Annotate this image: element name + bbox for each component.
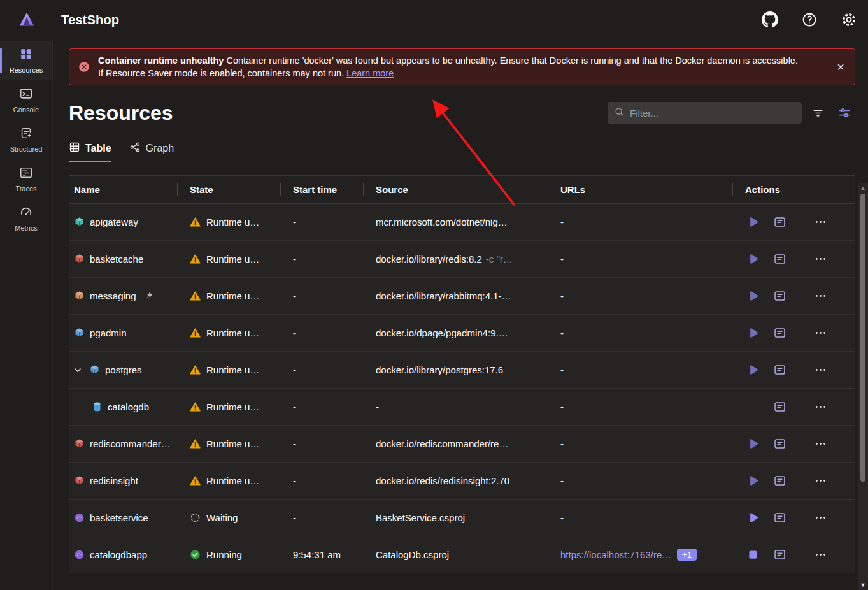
console-logs-icon[interactable] — [772, 326, 787, 341]
chevron-down-icon[interactable] — [73, 365, 83, 375]
resource-name[interactable]: basketcache — [90, 254, 143, 264]
resources-table: Name State Start time Source URLs Action… — [69, 175, 855, 573]
scrollbar-thumb[interactable] — [860, 194, 865, 482]
start-time: - — [280, 426, 363, 462]
scrollbar-down-arrow-icon[interactable]: ▼ — [858, 582, 868, 588]
container-icon — [74, 217, 85, 227]
console-logs-icon[interactable] — [772, 399, 787, 415]
console-logs-icon[interactable] — [772, 215, 787, 230]
filter-funnel-icon[interactable] — [807, 103, 829, 123]
source-text: - — [376, 401, 379, 412]
banner-close-icon[interactable]: × — [837, 61, 844, 73]
more-actions-icon[interactable] — [813, 289, 828, 304]
warning-icon — [190, 401, 201, 412]
more-actions-icon[interactable] — [813, 510, 828, 526]
console-logs-icon[interactable] — [772, 510, 787, 526]
resource-name[interactable]: catalogdbapp — [90, 549, 147, 560]
resource-name[interactable]: catalogdb — [108, 401, 149, 412]
error-banner: Container runtime unhealthy Container ru… — [69, 48, 855, 85]
start-icon[interactable] — [745, 215, 760, 230]
urls-text: - — [548, 278, 732, 314]
more-actions-icon[interactable] — [813, 215, 828, 230]
resource-name[interactable]: apigateway — [90, 217, 138, 227]
state-text: Waiting — [206, 512, 238, 523]
page-head: Resources — [69, 99, 855, 126]
settings-icon[interactable] — [839, 10, 859, 30]
resource-name[interactable]: redisinsight — [90, 475, 138, 486]
more-actions-icon[interactable] — [813, 363, 828, 378]
scrollbar[interactable]: ▲ ▼ — [858, 183, 868, 590]
sidebar-item-metrics[interactable]: Metrics — [0, 199, 52, 238]
aspire-logo — [0, 10, 53, 29]
more-actions-icon[interactable] — [813, 252, 828, 267]
console-logs-icon[interactable] — [772, 252, 787, 267]
console-logs-icon[interactable] — [772, 473, 787, 489]
banner-title: Container runtime unhealthy — [98, 55, 224, 66]
tab-label: Graph — [146, 143, 174, 154]
console-logs-icon[interactable] — [772, 547, 787, 563]
more-actions-icon[interactable] — [813, 399, 828, 415]
console-logs-icon[interactable] — [772, 289, 787, 304]
start-time: - — [280, 500, 363, 536]
table-row: catalogdb Runtime u… - - - — [69, 389, 855, 426]
traces-icon — [19, 166, 33, 182]
scrollbar-up-arrow-icon[interactable]: ▲ — [858, 185, 868, 191]
start-icon[interactable] — [745, 289, 760, 304]
view-tabs: Table Graph — [69, 141, 855, 162]
column-options-icon[interactable] — [834, 103, 855, 123]
more-actions-icon[interactable] — [813, 436, 828, 452]
structured-logs-icon — [19, 126, 33, 143]
github-icon[interactable] — [760, 10, 780, 30]
start-time: - — [280, 278, 363, 314]
banner-line2: If Resource Saver mode is enabled, conta… — [98, 68, 344, 78]
urls-text: - — [548, 463, 732, 499]
start-icon[interactable] — [745, 363, 760, 378]
warning-icon — [190, 254, 201, 264]
more-actions-icon[interactable] — [813, 326, 828, 341]
filter-box — [608, 102, 802, 124]
resource-name[interactable]: messaging — [90, 291, 136, 301]
container-icon — [74, 438, 85, 449]
start-icon[interactable] — [745, 473, 760, 489]
waiting-spinner-icon — [190, 512, 201, 523]
resource-name[interactable]: postgres — [105, 364, 142, 375]
sidebar-item-label: Resources — [10, 66, 43, 74]
resource-name[interactable]: basketservice — [90, 512, 148, 523]
stop-icon[interactable] — [745, 547, 760, 563]
tab-graph[interactable]: Graph — [129, 141, 174, 162]
more-actions-icon[interactable] — [813, 473, 828, 489]
console-logs-icon[interactable] — [772, 363, 787, 378]
url-count-badge[interactable]: +1 — [677, 549, 697, 561]
learn-more-link[interactable]: Learn more — [346, 68, 394, 78]
console-logs-icon[interactable] — [772, 436, 787, 452]
start-icon[interactable] — [745, 326, 760, 341]
sidebar-item-resources[interactable]: Resources — [0, 41, 52, 80]
project-icon — [74, 549, 85, 560]
filter-input[interactable] — [630, 108, 795, 119]
sidebar-item-traces[interactable]: Traces — [0, 159, 52, 199]
table-row: messaging Runtime u… - docker.io/library… — [69, 278, 855, 315]
source-text: docker.io/library/redis:8.2 — [376, 254, 482, 264]
start-icon[interactable] — [745, 436, 760, 452]
sidebar-item-structured[interactable]: Structured — [0, 120, 52, 159]
state-text: Running — [206, 549, 242, 560]
tab-label: Table — [85, 143, 111, 154]
sidebar-item-label: Traces — [15, 185, 36, 192]
metrics-icon — [19, 205, 33, 222]
start-icon[interactable] — [745, 510, 760, 526]
more-actions-icon[interactable] — [813, 547, 828, 563]
error-icon — [78, 61, 90, 73]
pin-icon — [144, 291, 153, 301]
start-icon[interactable] — [745, 252, 760, 267]
resource-url-link[interactable]: https://localhost:7163/re… — [560, 549, 671, 560]
table-row: redisinsight Runtime u… - docker.io/redi… — [69, 463, 855, 500]
sidebar-item-console[interactable]: Console — [0, 80, 52, 120]
console-icon — [19, 87, 33, 103]
help-icon[interactable] — [799, 10, 820, 30]
main-content: Container runtime unhealthy Container ru… — [53, 40, 868, 590]
topbar-actions — [760, 10, 868, 30]
resource-name[interactable]: pgadmin — [90, 327, 127, 338]
tab-table[interactable]: Table — [69, 141, 111, 162]
source-text: docker.io/rediscommander/re… — [376, 438, 508, 449]
resource-name[interactable]: rediscommander… — [90, 438, 171, 449]
